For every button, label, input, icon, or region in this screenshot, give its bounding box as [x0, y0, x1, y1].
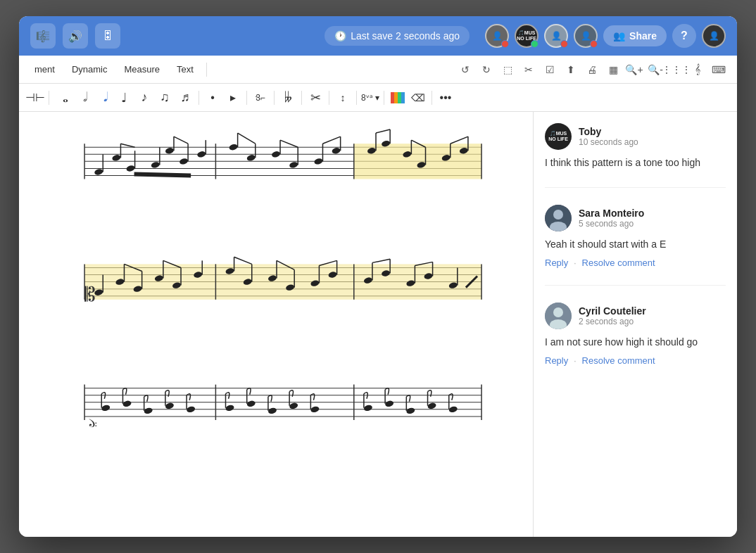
- svg-point-134: [225, 404, 235, 412]
- svg-point-21: [151, 161, 160, 169]
- svg-point-158: [553, 307, 563, 317]
- actions-sara: Reply · Resolve comment: [545, 258, 726, 268]
- svg-point-152: [448, 405, 458, 413]
- check-icon[interactable]: ☑: [540, 60, 560, 80]
- settings-icon[interactable]: 🎛: [95, 23, 120, 49]
- more-icon[interactable]: •••: [436, 89, 455, 107]
- topbar-right: 👤 🎵MUSNO LIFE 👤 👤 👥 Share ? 👤: [485, 24, 726, 48]
- lines-icon[interactable]: ⋮⋮⋮: [667, 60, 686, 80]
- svg-rect-2: [398, 92, 401, 103]
- svg-rect-0: [391, 92, 394, 103]
- svg-line-90: [234, 257, 252, 264]
- divider-2: [545, 285, 726, 286]
- svg-point-148: [405, 407, 415, 414]
- upload-icon[interactable]: ⬆: [561, 60, 581, 80]
- menu-dynamic[interactable]: Dynamic: [65, 61, 115, 77]
- avatar-user1[interactable]: 👤: [485, 24, 509, 48]
- scissors-icon[interactable]: ✂: [519, 60, 538, 80]
- svg-point-124: [101, 404, 111, 412]
- sixteenth-note[interactable]: ♪: [135, 89, 153, 107]
- transpose-icon[interactable]: ↕: [334, 89, 352, 107]
- svg-line-44: [322, 136, 340, 144]
- avatar-user4[interactable]: 👤: [574, 24, 598, 48]
- rest-icon[interactable]: 𝄾3⌐: [251, 89, 270, 107]
- logo-icon[interactable]: 🎼: [30, 23, 56, 49]
- svg-line-34: [238, 133, 256, 144]
- audio-icon[interactable]: 🔊: [63, 23, 88, 49]
- reply-sara-button[interactable]: Reply: [545, 258, 568, 268]
- svg-line-49: [376, 129, 390, 133]
- ottava-icon[interactable]: 8ᵛᵃ ▾: [361, 89, 379, 107]
- svg-point-40: [314, 158, 324, 165]
- share-label: Share: [629, 30, 657, 42]
- svg-rect-1: [394, 92, 398, 103]
- redo-icon[interactable]: ↻: [477, 60, 496, 80]
- comment-cyril: Cyril Coutelier 2 seconds ago I am not s…: [545, 303, 726, 366]
- score-icon[interactable]: 𝄞: [688, 60, 707, 80]
- actions-cyril: Reply · Resolve comment: [545, 355, 726, 366]
- avatar-user2[interactable]: 🎵MUSNO LIFE: [515, 24, 538, 48]
- svg-point-126: [122, 400, 132, 407]
- menu-measure[interactable]: Measure: [117, 61, 167, 77]
- meta-toby: Toby 10 seconds ago: [579, 126, 638, 147]
- meta-sara: Sara Monteiro 5 seconds ago: [579, 208, 644, 229]
- color-icon[interactable]: [389, 89, 407, 107]
- menu-ment[interactable]: ment: [27, 61, 62, 77]
- menu-text[interactable]: Text: [170, 61, 201, 77]
- svg-point-144: [363, 404, 373, 412]
- svg-line-39: [280, 140, 298, 147]
- quarter-note[interactable]: 𝅘𝅥: [94, 89, 113, 107]
- avatar-user3[interactable]: 👤: [544, 24, 568, 48]
- comment-header-toby: 🎵MUSNO LIFE Toby 10 seconds ago: [545, 123, 726, 150]
- half-note[interactable]: 𝅗𝅥: [74, 89, 92, 107]
- user-avatar[interactable]: 👤: [702, 24, 726, 48]
- voice-icon[interactable]: 𝄫: [279, 89, 297, 107]
- zoom-in-icon[interactable]: 🔍+: [624, 60, 644, 80]
- undo-icon[interactable]: ↺: [455, 60, 475, 80]
- dot-sara: ·: [574, 258, 576, 268]
- svg-point-130: [165, 402, 175, 409]
- comments-panel: 🎵MUSNO LIFE Toby 10 seconds ago I think …: [533, 112, 737, 537]
- svg-point-25: [179, 158, 189, 165]
- svg-point-42: [332, 147, 341, 155]
- table-icon[interactable]: ▦: [603, 60, 623, 80]
- score-svg: 𝄡: [40, 126, 512, 523]
- sixtyfourth-note[interactable]: ♬: [176, 89, 194, 107]
- meta-cyril: Cyril Coutelier 2 seconds ago: [579, 305, 646, 326]
- svg-point-32: [246, 154, 256, 162]
- scissors2-icon[interactable]: ✂: [306, 89, 325, 107]
- resolve-sara-button[interactable]: Resolve comment: [582, 258, 655, 268]
- whole-note[interactable]: 𝅝: [53, 89, 72, 107]
- share-button[interactable]: 👥 Share: [603, 25, 667, 46]
- svg-text:𝄡: 𝄡: [84, 283, 96, 305]
- print-icon[interactable]: 🖨: [582, 60, 602, 80]
- svg-point-155: [553, 210, 563, 220]
- topbar: 🎼 🔊 🎛 🕐 Last save 2 seconds ago 👤 🎵MUSNO…: [19, 16, 737, 56]
- svg-point-37: [289, 161, 298, 169]
- svg-point-132: [186, 405, 196, 413]
- name-cyril: Cyril Coutelier: [579, 305, 646, 317]
- svg-text:𝄢: 𝄢: [88, 414, 97, 429]
- help-button[interactable]: ?: [672, 24, 696, 48]
- score-area[interactable]: 𝄡: [19, 112, 533, 537]
- svg-line-20: [120, 144, 134, 147]
- name-sara: Sara Monteiro: [579, 208, 644, 219]
- svg-point-142: [310, 405, 320, 413]
- arrow-note[interactable]: ▸: [224, 89, 242, 107]
- svg-rect-3: [401, 92, 405, 103]
- thirtysecond-note[interactable]: ♫: [156, 89, 174, 107]
- note-spacing[interactable]: ⊣⊢: [26, 89, 44, 107]
- dot-note[interactable]: •: [203, 89, 222, 107]
- dot-cyril: ·: [574, 356, 576, 366]
- reply-cyril-button[interactable]: Reply: [545, 355, 568, 366]
- name-toby: Toby: [579, 126, 638, 137]
- eighth-note[interactable]: ♩: [115, 89, 133, 107]
- frame-icon[interactable]: ⬚: [498, 60, 517, 80]
- resolve-cyril-button[interactable]: Resolve comment: [582, 355, 655, 366]
- svg-line-105: [372, 259, 390, 262]
- toolbar1: ment Dynamic Measure Text ↺ ↻ ⬚ ✂ ☑ ⬆ 🖨 …: [19, 56, 737, 84]
- time-cyril: 2 seconds ago: [579, 317, 646, 326]
- comment-toby: 🎵MUSNO LIFE Toby 10 seconds ago I think …: [545, 123, 726, 170]
- keyboard-icon[interactable]: ⌨: [709, 60, 729, 80]
- delete-icon[interactable]: ⌫: [409, 89, 427, 107]
